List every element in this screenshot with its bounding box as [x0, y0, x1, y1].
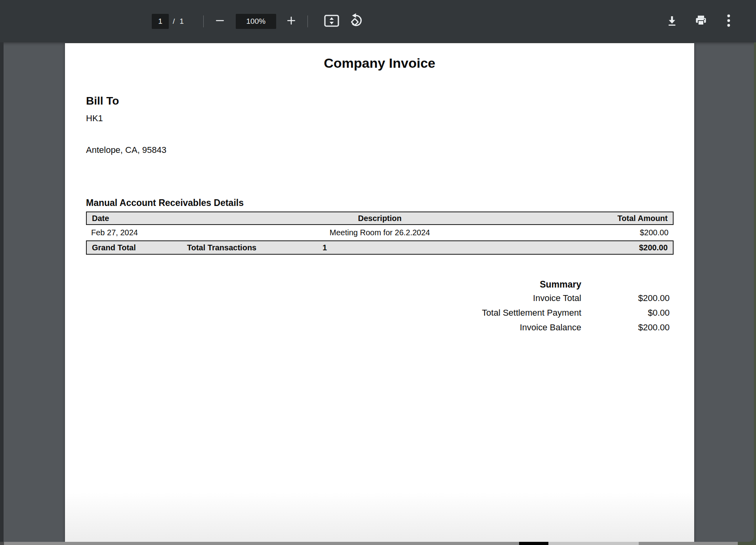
- summary-label: Total Settlement Payment: [448, 308, 581, 318]
- summary-heading: Summary: [448, 279, 581, 290]
- row-total-amount: $200.00: [555, 228, 674, 237]
- grand-total-amount: $200.00: [639, 243, 668, 252]
- total-transactions-count: 1: [323, 243, 327, 252]
- bottom-edge-segment: [519, 542, 548, 545]
- print-button[interactable]: [694, 0, 708, 42]
- receivables-heading: Manual Account Receivables Details: [86, 198, 244, 208]
- zoom-in-button[interactable]: [284, 15, 298, 28]
- window-bottom-edge: [0, 542, 738, 545]
- column-header-description: Description: [206, 214, 554, 223]
- fit-to-page-icon: [324, 15, 339, 28]
- rotate-button[interactable]: [350, 14, 364, 29]
- download-button[interactable]: [665, 0, 679, 42]
- column-header-total-amount: Total Amount: [554, 214, 673, 223]
- zoom-level-input[interactable]: [236, 14, 276, 29]
- summary-title-row: Summary: [448, 278, 670, 291]
- toolbar-center-controls: / 1: [152, 0, 364, 42]
- page-number-input[interactable]: [152, 14, 169, 29]
- row-date: Feb 27, 2024: [86, 228, 205, 237]
- summary-row-invoice-total: Invoice Total $200.00: [448, 291, 670, 305]
- page-separator: /: [173, 17, 175, 26]
- table-header-row: Date Description Total Amount: [86, 212, 674, 225]
- viewer-left-edge: [0, 42, 4, 542]
- receivables-table: Date Description Total Amount Feb 27, 20…: [86, 212, 674, 255]
- print-icon: [695, 14, 707, 28]
- bill-to-heading: Bill To: [86, 95, 119, 107]
- summary-row-invoice-balance: Invoice Balance $200.00: [448, 320, 670, 335]
- plus-icon: [287, 16, 296, 26]
- bottom-edge-segment: [0, 542, 4, 545]
- more-options-button[interactable]: [725, 0, 733, 42]
- summary-label: Invoice Balance: [448, 322, 581, 333]
- summary-value: $200.00: [581, 322, 670, 333]
- pdf-toolbar: / 1: [0, 0, 756, 42]
- row-description: Meeting Room for 26.2.2024: [205, 228, 555, 237]
- rotate-counterclockwise-icon: [350, 13, 364, 29]
- minus-icon: [216, 16, 224, 26]
- three-dot-menu-icon: [726, 14, 731, 29]
- bill-to-name: HK1: [86, 113, 103, 124]
- fit-to-page-button[interactable]: [324, 15, 340, 28]
- summary-row-settlement-payment: Total Settlement Payment $0.00: [448, 305, 670, 320]
- summary-label: Invoice Total: [448, 293, 581, 303]
- invoice-title: Company Invoice: [65, 55, 694, 71]
- zoom-out-button[interactable]: [213, 15, 227, 28]
- summary-value: $200.00: [581, 293, 670, 303]
- summary-value: $0.00: [581, 308, 670, 318]
- bottom-edge-segment: [548, 542, 639, 545]
- pdf-viewer-area[interactable]: Company Invoice Bill To HK1 Antelope, CA…: [0, 42, 754, 542]
- invoice-page: Company Invoice Bill To HK1 Antelope, CA…: [65, 43, 694, 542]
- toolbar-divider: [203, 15, 204, 27]
- summary-section: Summary Invoice Total $200.00 Total Sett…: [448, 278, 670, 335]
- table-row: Feb 27, 2024 Meeting Room for 26.2.2024 …: [86, 225, 674, 240]
- download-icon: [666, 15, 678, 28]
- page-total-label: 1: [179, 17, 184, 26]
- bill-to-address: Antelope, CA, 95843: [86, 145, 166, 155]
- toolbar-divider: [307, 15, 308, 27]
- column-header-date: Date: [87, 214, 206, 223]
- total-transactions-label: Total Transactions: [187, 243, 256, 252]
- grand-total-label: Grand Total: [92, 243, 136, 252]
- grand-total-row: Grand Total Total Transactions 1 $200.00: [86, 240, 674, 255]
